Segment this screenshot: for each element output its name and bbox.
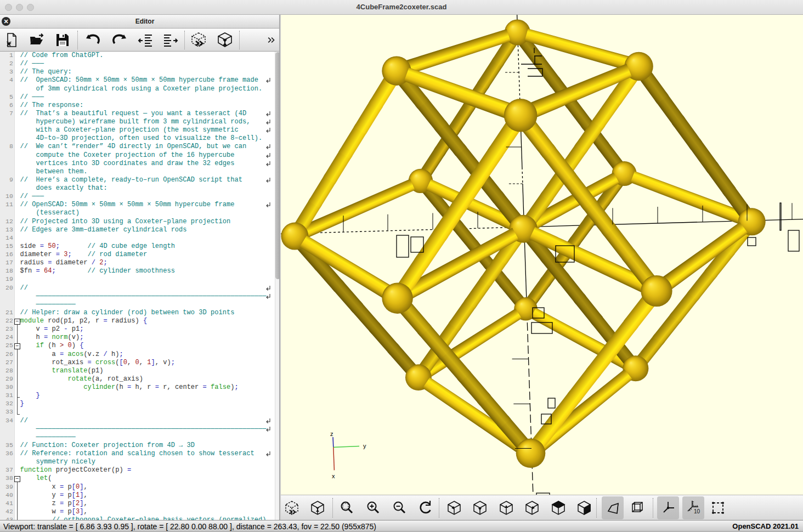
svg-text:x: x bbox=[332, 473, 335, 479]
svg-text:10: 10 bbox=[694, 508, 700, 514]
svg-text:y: y bbox=[363, 443, 366, 449]
svg-text:z: z bbox=[330, 431, 333, 437]
